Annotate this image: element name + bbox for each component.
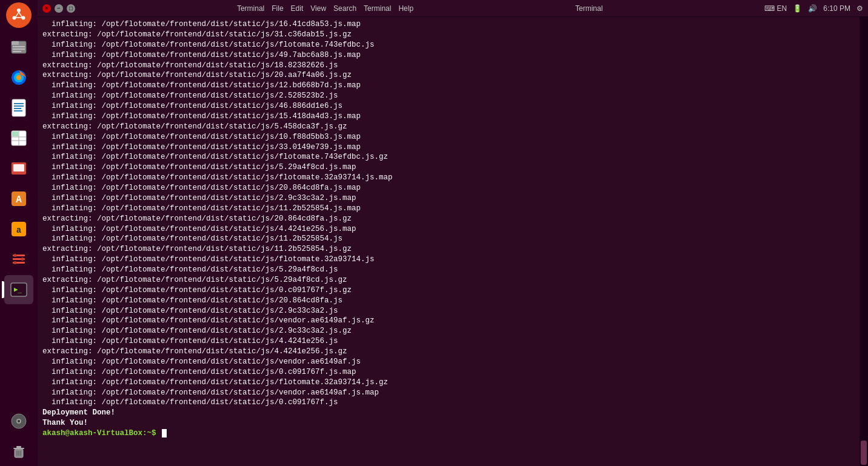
svg-point-38 bbox=[18, 420, 20, 422]
svg-point-33 bbox=[14, 261, 17, 264]
svg-rect-16 bbox=[14, 110, 22, 112]
svg-point-31 bbox=[14, 254, 17, 257]
svg-rect-23 bbox=[13, 164, 24, 171]
window-title: Terminal bbox=[575, 4, 603, 13]
maximize-button[interactable]: □ bbox=[67, 4, 75, 13]
menu-edit[interactable]: Edit bbox=[291, 4, 304, 13]
svg-rect-6 bbox=[13, 46, 25, 47]
sidebar-item-writer[interactable] bbox=[4, 93, 33, 122]
svg-rect-15 bbox=[14, 108, 21, 109]
minimize-button[interactable]: − bbox=[55, 4, 63, 13]
svg-rect-5 bbox=[12, 41, 19, 45]
sidebar-item-calc[interactable] bbox=[4, 124, 33, 153]
sidebar-item-firefox[interactable] bbox=[4, 63, 33, 92]
terminal-output[interactable]: inflating: /opt/flotomate/frontend/dist/… bbox=[38, 17, 860, 466]
battery-icon: 🔋 bbox=[793, 4, 802, 13]
scrollbar-thumb[interactable] bbox=[861, 441, 867, 465]
scrollbar[interactable] bbox=[860, 17, 868, 466]
sidebar-item-terminal[interactable]: ▶_ bbox=[4, 275, 33, 304]
terminal-lines: inflating: /opt/flotomate/frontend/dist/… bbox=[42, 19, 855, 439]
menu-terminal2[interactable]: Terminal bbox=[364, 4, 391, 13]
sidebar-item-amazon[interactable]: a bbox=[4, 215, 33, 244]
system-tray: ⌨ EN 🔋 🔊 6:10 PM ⚙ bbox=[764, 4, 863, 13]
sidebar-item-settings[interactable] bbox=[4, 245, 33, 274]
ubuntu-logo-icon[interactable] bbox=[6, 2, 32, 28]
keyboard-layout-icon[interactable]: ⌨ EN bbox=[764, 4, 787, 13]
svg-text:a: a bbox=[16, 225, 22, 235]
menu-view[interactable]: View bbox=[310, 4, 326, 13]
menu-help[interactable]: Help bbox=[398, 4, 413, 13]
sidebar-item-dvd[interactable] bbox=[4, 407, 33, 436]
svg-text:▶_: ▶_ bbox=[14, 285, 22, 293]
sidebar-item-files[interactable] bbox=[4, 33, 33, 62]
svg-rect-8 bbox=[13, 51, 21, 52]
menu-search[interactable]: Search bbox=[333, 4, 356, 13]
svg-point-32 bbox=[21, 258, 24, 261]
clock: 6:10 PM bbox=[823, 4, 850, 13]
menu-terminal[interactable]: Terminal bbox=[237, 4, 264, 13]
svg-rect-7 bbox=[13, 48, 25, 50]
sidebar: A a ▶_ bbox=[0, 0, 38, 466]
titlebar: × − □ Terminal File Edit View Search Ter… bbox=[38, 0, 868, 17]
close-button[interactable]: × bbox=[42, 4, 51, 13]
menu-file[interactable]: File bbox=[272, 4, 283, 13]
sidebar-item-impress[interactable] bbox=[4, 154, 33, 183]
svg-rect-14 bbox=[14, 105, 24, 107]
sidebar-item-trash[interactable] bbox=[4, 437, 33, 466]
svg-rect-21 bbox=[12, 131, 18, 136]
svg-rect-40 bbox=[13, 448, 24, 449]
volume-icon[interactable]: 🔊 bbox=[808, 4, 817, 13]
svg-text:A: A bbox=[16, 195, 22, 205]
sidebar-item-software[interactable]: A bbox=[4, 184, 33, 213]
svg-rect-13 bbox=[14, 103, 24, 104]
window-controls: × − □ bbox=[42, 4, 75, 13]
power-icon[interactable]: ⚙ bbox=[856, 4, 863, 13]
svg-rect-41 bbox=[16, 446, 21, 448]
main-area: × − □ Terminal File Edit View Search Ter… bbox=[38, 0, 868, 466]
menu-bar: Terminal File Edit View Search Terminal … bbox=[237, 4, 413, 13]
svg-point-11 bbox=[16, 75, 21, 80]
